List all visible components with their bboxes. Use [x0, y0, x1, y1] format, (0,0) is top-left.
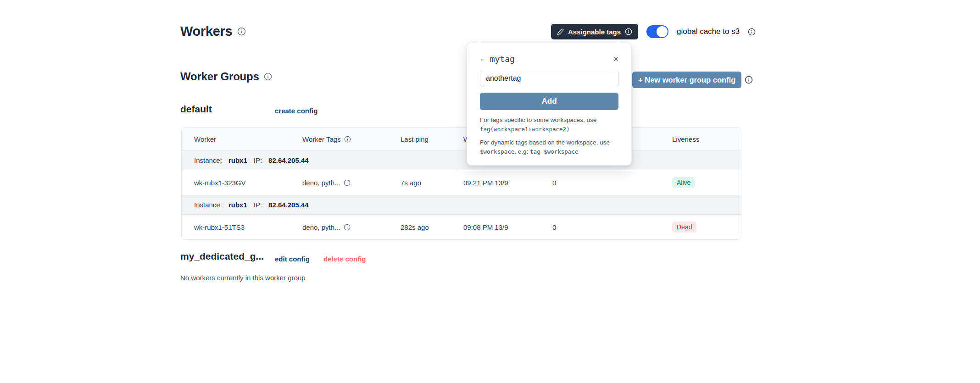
last-ping: 7s ago — [401, 179, 463, 187]
toggle-knob — [657, 26, 668, 37]
table-row: wk-rubx1-51TS3 deno, pyth... 282s ago 09… — [182, 214, 741, 239]
col-liveness: Liveness — [672, 135, 741, 143]
info-icon[interactable] — [237, 27, 246, 36]
assignable-tags-button[interactable]: Assignable tags — [551, 24, 638, 39]
worker-groups-heading-row: Worker Groups — [180, 70, 272, 83]
delete-config-link[interactable]: delete config — [323, 255, 366, 263]
close-icon[interactable]: × — [613, 55, 618, 63]
global-cache-label: global cache to s3 — [677, 27, 740, 36]
create-config-link[interactable]: create config — [275, 107, 317, 115]
worker-tags: deno, pyth... — [302, 223, 340, 231]
status-badge: Dead — [672, 222, 696, 233]
toolbar: Assignable tags global cache to s3 — [551, 23, 756, 40]
add-tag-button[interactable]: Add — [480, 93, 618, 110]
workers-page: Workers Assignable tags global cache to … — [0, 0, 980, 383]
info-icon[interactable] — [344, 136, 351, 143]
ip-label: IP: — [254, 201, 262, 209]
instance-row: Instance: rubx1 IP: 82.64.205.44 — [182, 195, 741, 214]
last-ping: 282s ago — [401, 223, 463, 231]
worker-name: wk-rubx1-51TS3 — [182, 223, 302, 231]
col-worker-tags: Worker Tags — [302, 135, 401, 143]
new-config-row: + New worker group config — [632, 72, 753, 88]
worker-start: 09:21 PM 13/9 — [463, 179, 552, 187]
global-cache-toggle[interactable] — [646, 25, 668, 38]
instance-name: rubx1 — [228, 156, 247, 164]
help-code: tag(workspace1+workspace2) — [480, 126, 570, 133]
help-code: $workspace — [480, 148, 514, 155]
info-icon[interactable] — [344, 179, 351, 186]
info-icon[interactable] — [264, 72, 272, 81]
info-icon[interactable] — [344, 224, 351, 231]
edit-config-link[interactable]: edit config — [275, 255, 310, 263]
new-worker-group-config-button[interactable]: + New worker group config — [632, 72, 741, 88]
worker-tags: deno, pyth... — [302, 179, 340, 187]
info-icon[interactable] — [748, 28, 756, 36]
help-code: tag-$workspace — [530, 148, 578, 155]
instance-name: rubx1 — [228, 201, 247, 209]
tags-help-workspaces: For tags specific to some workspaces, us… — [480, 116, 618, 134]
group-name-default: default — [180, 104, 212, 115]
empty-group-text: No workers currently in this worker grou… — [180, 274, 306, 282]
ip-value: 82.64.205.44 — [268, 201, 309, 209]
assignable-tags-label: Assignable tags — [568, 28, 621, 36]
tag-list-item: - mytag — [480, 54, 515, 64]
worker-groups-title: Worker Groups — [180, 70, 259, 83]
pencil-icon — [557, 28, 564, 35]
info-icon[interactable] — [745, 76, 753, 84]
page-title-row: Workers — [180, 24, 246, 39]
worker-name: wk-rubx1-323GV — [182, 179, 302, 187]
worker-start: 09:08 PM 13/9 — [463, 223, 552, 231]
instance-label: Instance: — [194, 156, 222, 164]
workers-table: Worker Worker Tags Last ping Worker star… — [181, 127, 741, 240]
info-icon[interactable] — [625, 28, 632, 35]
new-tag-input[interactable] — [480, 70, 618, 87]
ip-value: 82.64.205.44 — [268, 156, 309, 164]
instance-row: Instance: rubx1 IP: 82.64.205.44 — [182, 150, 741, 170]
jobs-count: 0 — [552, 179, 672, 187]
instance-label: Instance: — [194, 201, 222, 209]
tags-help-dynamic: For dynamic tags based on the workspace,… — [480, 138, 618, 157]
assignable-tags-popover: - mytag × Add For tags specific to some … — [467, 43, 632, 166]
jobs-count: 0 — [552, 223, 672, 231]
status-badge: Alive — [672, 177, 695, 188]
ip-label: IP: — [254, 156, 262, 164]
table-row: wk-rubx1-323GV deno, pyth... 7s ago 09:2… — [182, 170, 741, 195]
group-name-dedicated: my_dedicated_g... — [180, 251, 264, 262]
page-title: Workers — [180, 24, 232, 39]
table-header-row: Worker Worker Tags Last ping Worker star… — [182, 128, 741, 150]
col-last-ping: Last ping — [401, 135, 463, 143]
col-worker: Worker — [182, 135, 302, 143]
